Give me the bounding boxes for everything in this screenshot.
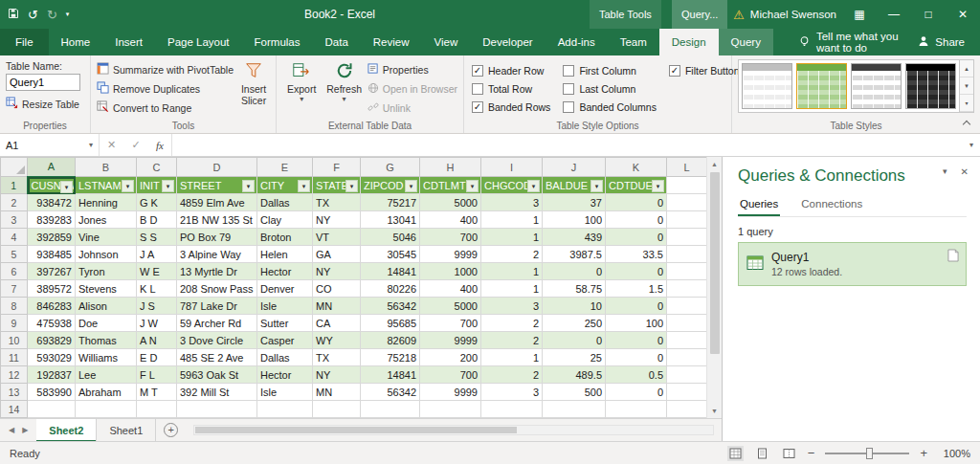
cell[interactable]: 3 Alpine Way xyxy=(177,246,257,263)
cell[interactable]: 583990 xyxy=(28,384,76,401)
column-header-k[interactable]: K xyxy=(606,158,667,177)
filter-button[interactable]: ▾ xyxy=(162,180,174,192)
cell[interactable]: NY xyxy=(313,366,361,384)
cell[interactable]: Broton xyxy=(257,229,313,246)
cell[interactable]: 33.5 xyxy=(606,246,667,263)
cell[interactable] xyxy=(667,384,707,401)
cell[interactable] xyxy=(667,194,707,211)
cell[interactable]: VT xyxy=(313,229,361,246)
row-header-6[interactable]: 6 xyxy=(1,263,28,280)
maximize-button[interactable]: □ xyxy=(911,0,946,29)
cell[interactable] xyxy=(667,280,707,298)
column-header-l[interactable]: L xyxy=(667,158,707,177)
cell[interactable] xyxy=(667,229,707,246)
cell[interactable]: 1 xyxy=(481,349,543,366)
cell[interactable]: 593029 xyxy=(28,349,76,366)
cell[interactable]: NY xyxy=(313,211,361,229)
column-header-g[interactable]: G xyxy=(361,158,420,177)
cell[interactable]: 14841 xyxy=(361,263,420,280)
cell[interactable]: M T xyxy=(137,384,177,401)
cell[interactable]: 0 xyxy=(606,298,667,315)
ribbon-tab-formulas[interactable]: Formulas xyxy=(242,29,313,55)
checkbox-total-row[interactable]: Total Row xyxy=(472,80,550,98)
gallery-more-icon[interactable]: ▾ xyxy=(960,95,973,112)
cell[interactable]: 0 xyxy=(543,332,606,349)
row-header-1[interactable]: 1 xyxy=(1,177,28,194)
cell[interactable]: 0.5 xyxy=(606,366,667,384)
minimize-button[interactable]: — xyxy=(877,0,911,29)
cell[interactable]: 75217 xyxy=(361,194,420,211)
cell[interactable] xyxy=(313,401,361,418)
ribbon-tab-team[interactable]: Team xyxy=(608,29,659,55)
filter-button[interactable]: ▾ xyxy=(466,180,479,192)
query-item-query1[interactable]: Query112 rows loaded. xyxy=(738,242,967,286)
table-name-input[interactable] xyxy=(6,74,80,91)
cell[interactable]: 1 xyxy=(481,280,543,298)
cell[interactable]: Williams xyxy=(76,349,137,366)
cell[interactable]: 9999 xyxy=(420,246,481,263)
cell[interactable]: WY xyxy=(313,332,361,349)
cell[interactable]: B D xyxy=(137,211,177,229)
cell[interactable]: Denver xyxy=(257,280,313,298)
undo-icon[interactable]: ↺ xyxy=(28,9,38,21)
checkbox-last-column[interactable]: Last Column xyxy=(563,80,657,98)
ribbon-display-options-icon[interactable]: ▦ xyxy=(842,0,877,29)
cell[interactable]: 400 xyxy=(420,280,481,298)
cell[interactable] xyxy=(543,401,606,418)
cell[interactable]: 2 xyxy=(481,332,543,349)
pane-close-icon[interactable]: ✕ xyxy=(961,166,969,177)
cell[interactable] xyxy=(177,401,257,418)
cell[interactable]: 485 SE 2 Ave xyxy=(177,349,257,366)
row-header-4[interactable]: 4 xyxy=(1,229,28,246)
cell[interactable]: 0 xyxy=(606,229,667,246)
cell[interactable]: 56342 xyxy=(361,384,420,401)
row-header-8[interactable]: 8 xyxy=(1,298,28,315)
cell[interactable]: J A xyxy=(137,246,177,263)
cell[interactable]: W E xyxy=(137,263,177,280)
row-header-12[interactable]: 12 xyxy=(1,366,28,384)
checkbox-first-column[interactable]: First Column xyxy=(563,62,657,79)
cell[interactable]: 30545 xyxy=(361,246,420,263)
column-header-a[interactable]: A xyxy=(28,158,76,177)
sheet-tab-sheet1[interactable]: Sheet1 xyxy=(97,419,156,441)
checkbox-filter-button[interactable]: ✓Filter Button xyxy=(669,62,740,79)
ribbon-tab-developer[interactable]: Developer xyxy=(470,29,545,55)
cell[interactable]: 25 xyxy=(543,349,606,366)
ribbon-tab-query[interactable]: Query xyxy=(719,29,773,55)
cell[interactable]: 192837 xyxy=(28,366,76,384)
cell[interactable]: Sutter xyxy=(257,315,313,332)
cell[interactable]: 14841 xyxy=(361,366,420,384)
cell[interactable]: Dallas xyxy=(257,349,313,366)
filter-button[interactable]: ▾ xyxy=(298,180,310,192)
cell[interactable]: 200 xyxy=(420,349,481,366)
row-header-13[interactable]: 13 xyxy=(1,384,28,401)
filter-button[interactable]: ▾ xyxy=(527,180,540,192)
cell[interactable]: Hector xyxy=(257,263,313,280)
cell[interactable] xyxy=(137,401,177,418)
cell[interactable] xyxy=(667,177,707,194)
page-break-view-button[interactable] xyxy=(781,446,797,461)
cell[interactable]: 5000 xyxy=(420,194,481,211)
row-header-5[interactable]: 5 xyxy=(1,246,28,263)
cell[interactable] xyxy=(667,332,707,349)
cell[interactable]: 3 xyxy=(481,194,543,211)
cell[interactable]: Isle xyxy=(257,384,313,401)
cell[interactable]: 938472 xyxy=(28,194,76,211)
table-header-lstnam[interactable]: LSTNAM▾ xyxy=(76,177,137,194)
cell[interactable]: Abraham xyxy=(76,384,137,401)
resize-table-button[interactable]: Resize Table xyxy=(6,95,79,113)
cell[interactable]: Isle xyxy=(257,298,313,315)
cell[interactable] xyxy=(667,246,707,263)
cell[interactable]: 13 Myrtle Dr xyxy=(177,263,257,280)
cell[interactable]: G K xyxy=(137,194,177,211)
account-area[interactable]: ⚠ Michael Swenson xyxy=(733,0,836,29)
cell[interactable]: 700 xyxy=(420,315,481,332)
cell[interactable]: 700 xyxy=(420,229,481,246)
cell[interactable]: 787 Lake Dr xyxy=(177,298,257,315)
cell[interactable]: 21B NW 135 St xyxy=(177,211,257,229)
table-style-thumbnail-selected[interactable] xyxy=(796,63,847,109)
scroll-up-icon[interactable]: ▲ xyxy=(707,157,722,171)
tell-me-box[interactable]: Tell me what you want to do xyxy=(798,29,902,55)
cell[interactable]: F L xyxy=(137,366,177,384)
cell[interactable]: S S xyxy=(137,229,177,246)
